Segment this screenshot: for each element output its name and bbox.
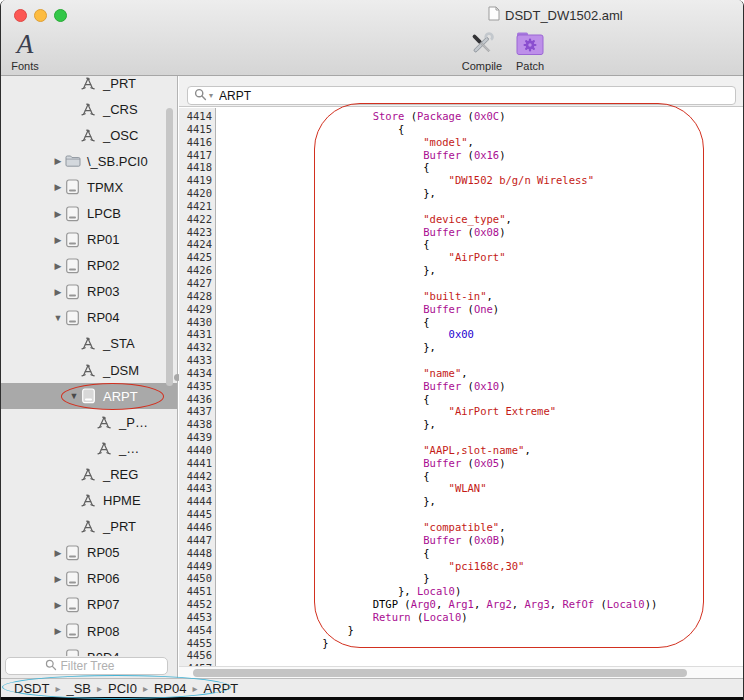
sidebar-item-_sta[interactable]: _STA xyxy=(1,331,177,357)
sidebar-item-hpme[interactable]: HPME xyxy=(1,488,177,514)
fonts-button-label: Fonts xyxy=(11,60,39,72)
minimize-button[interactable] xyxy=(34,9,47,22)
disclosure-triangle[interactable]: ▶ xyxy=(51,209,65,219)
zoom-button[interactable] xyxy=(54,9,67,22)
sidebar-item-_p[interactable]: _P… xyxy=(1,409,177,435)
patch-button[interactable]: Patch xyxy=(508,28,552,72)
tree-item-label: RP05 xyxy=(87,545,120,560)
method-icon xyxy=(81,76,98,91)
app-window: DSDT_DW1502.aml A Fonts Compile xyxy=(0,0,744,700)
sidebar-item-_prt[interactable]: _PRT xyxy=(1,514,177,540)
device-icon xyxy=(65,258,82,274)
tree-item-label: TPMX xyxy=(87,180,123,195)
breadcrumb: DSDT▸_SB▸PCI0▸RP04▸ARPT xyxy=(1,678,743,697)
sidebar-item-_sbpci0[interactable]: ▶\_SB.PCI0 xyxy=(1,148,177,174)
horizontal-scrollbar-thumb[interactable] xyxy=(193,669,687,677)
acpi-tree: _PRT_CRS_OSC▶\_SB.PCI0▶TPMX▶LPCB▶RP01▶RP… xyxy=(1,76,177,656)
tree-item-label: LPCB xyxy=(87,206,121,221)
sidebar-scrollbar[interactable] xyxy=(166,108,173,386)
device-icon xyxy=(65,232,82,248)
device-icon xyxy=(65,571,82,587)
sidebar-item-rp02[interactable]: ▶RP02 xyxy=(1,253,177,279)
breadcrumb-separator-icon: ▸ xyxy=(97,683,102,694)
breadcrumb-item-arpt[interactable]: ARPT xyxy=(204,681,239,696)
document-proxy-icon xyxy=(488,6,500,25)
sidebar-item-_crs[interactable]: _CRS xyxy=(1,96,177,122)
sidebar-item-arpt[interactable]: ▼ARPT xyxy=(1,383,177,409)
tree-item-label: ARPT xyxy=(103,389,138,404)
method-icon xyxy=(81,467,98,482)
breadcrumb-separator-icon: ▸ xyxy=(55,683,60,694)
sidebar-item-rp05[interactable]: ▶RP05 xyxy=(1,540,177,566)
sidebar-item-tpmx[interactable]: ▶TPMX xyxy=(1,174,177,200)
sidebar-item-rp06[interactable]: ▶RP06 xyxy=(1,566,177,592)
breadcrumb-item-_sb[interactable]: _SB xyxy=(66,681,91,696)
window-title: DSDT_DW1502.aml xyxy=(505,8,623,23)
sidebar-item-_osc[interactable]: _OSC xyxy=(1,122,177,148)
patch-folder-gear-icon xyxy=(515,28,545,59)
tree-item-label: _P… xyxy=(119,415,148,430)
code-editor[interactable]: Store (Package (0x0C) { "model", Buffer … xyxy=(217,108,743,666)
method-icon xyxy=(81,519,98,534)
tree-item-label: _DSM xyxy=(103,363,139,378)
disclosure-triangle[interactable]: ▶ xyxy=(51,548,65,558)
disclosure-triangle[interactable]: ▶ xyxy=(51,626,65,636)
device-icon xyxy=(65,206,82,222)
filter-search-icon xyxy=(45,657,57,675)
disclosure-triangle[interactable]: ▶ xyxy=(51,156,65,166)
tree-item-label: _CRS xyxy=(103,102,138,117)
window-header: DSDT_DW1502.aml A Fonts Compile xyxy=(1,0,743,76)
disclosure-triangle[interactable]: ▶ xyxy=(51,574,65,584)
disclosure-triangle[interactable]: ▶ xyxy=(51,600,65,610)
fonts-button[interactable]: A Fonts xyxy=(7,28,43,72)
sidebar-item-rp08[interactable]: ▶RP08 xyxy=(1,618,177,644)
disclosure-triangle[interactable]: ▶ xyxy=(51,261,65,271)
compile-button[interactable]: Compile xyxy=(458,28,506,72)
sidebar-item-_reg[interactable]: _REG xyxy=(1,461,177,487)
search-scope-chevron-icon[interactable]: ▾ xyxy=(209,91,213,100)
sidebar-item-b0d4[interactable]: B0D4 xyxy=(1,644,177,656)
search-bar: ▾ xyxy=(179,76,743,107)
filter-zone xyxy=(1,656,177,678)
filter-tree-input[interactable] xyxy=(61,659,129,673)
disclosure-triangle[interactable]: ▼ xyxy=(67,391,81,401)
device-icon xyxy=(65,597,82,613)
sidebar-item-lpcb[interactable]: ▶LPCB xyxy=(1,200,177,226)
disclosure-triangle[interactable]: ▶ xyxy=(51,287,65,297)
editor-pane: ▾ 4414 4415 4416 4417 4418 4419 4420 442… xyxy=(179,76,743,678)
device-icon xyxy=(65,310,82,326)
tree-item-label: RP01 xyxy=(87,232,120,247)
disclosure-triangle[interactable]: ▶ xyxy=(51,235,65,245)
close-button[interactable] xyxy=(14,9,27,22)
filter-tree-field[interactable] xyxy=(5,657,168,675)
sidebar-item-_[interactable]: _… xyxy=(1,435,177,461)
sidebar-item-_dsm[interactable]: _DSM xyxy=(1,357,177,383)
tree-item-label: _PRT xyxy=(103,76,136,91)
tree-item-label: _OSC xyxy=(103,128,138,143)
search-input[interactable] xyxy=(219,89,729,103)
compile-tools-icon xyxy=(466,28,498,59)
tree-scroll-area[interactable]: _PRT_CRS_OSC▶\_SB.PCI0▶TPMX▶LPCB▶RP01▶RP… xyxy=(1,76,177,656)
sidebar-item-_prt[interactable]: _PRT xyxy=(1,76,177,96)
folder-icon xyxy=(65,154,82,168)
method-icon xyxy=(81,363,98,378)
sidebar-item-rp01[interactable]: ▶RP01 xyxy=(1,227,177,253)
tree-item-label: _PRT xyxy=(103,519,136,534)
method-icon xyxy=(97,441,114,456)
disclosure-triangle[interactable]: ▶ xyxy=(51,182,65,192)
method-icon xyxy=(81,336,98,351)
search-field[interactable]: ▾ xyxy=(187,86,736,105)
breadcrumb-items: DSDT▸_SB▸PCI0▸RP04▸ARPT xyxy=(14,681,238,696)
disclosure-triangle[interactable]: ▼ xyxy=(51,313,65,323)
method-icon xyxy=(81,128,98,143)
sidebar-item-rp03[interactable]: ▶RP03 xyxy=(1,279,177,305)
sidebar-item-rp04[interactable]: ▼RP04 xyxy=(1,305,177,331)
horizontal-scrollbar[interactable] xyxy=(179,666,743,678)
tree-item-label: RP02 xyxy=(87,258,120,273)
breadcrumb-item-dsdt[interactable]: DSDT xyxy=(14,681,49,696)
breadcrumb-item-rp04[interactable]: RP04 xyxy=(154,681,187,696)
breadcrumb-item-pci0[interactable]: PCI0 xyxy=(108,681,137,696)
sidebar-item-rp07[interactable]: ▶RP07 xyxy=(1,592,177,618)
device-icon xyxy=(65,179,82,195)
tree-item-label: RP08 xyxy=(87,624,120,639)
